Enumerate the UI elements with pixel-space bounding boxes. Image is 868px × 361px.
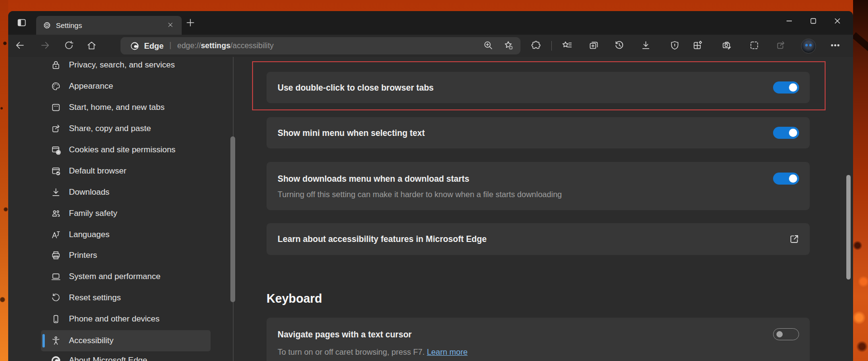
edge-logo-icon <box>51 355 61 361</box>
plus-icon <box>185 17 196 29</box>
tab-actions-icon <box>16 17 27 29</box>
toggle-knob <box>776 331 783 337</box>
sidebar-item-share-copy-and-paste[interactable]: Share, copy and paste <box>41 118 211 139</box>
url-scheme: edge:// <box>177 41 201 50</box>
web-select-button[interactable] <box>747 39 761 53</box>
settings-card-learn-about-accessibility-features-in-microsoft-edge[interactable]: Learn about accessibility features in Mi… <box>267 223 810 255</box>
add-favorite-button[interactable] <box>502 40 515 52</box>
sidebar-item-downloads[interactable]: Downloads <box>41 182 211 203</box>
profile-avatar[interactable] <box>801 39 816 53</box>
palette-icon <box>51 81 61 92</box>
settings-card-show-downloads-menu-when-a-download-starts: Show downloads menu when a download star… <box>267 162 810 210</box>
learn-more-link[interactable]: Learn more <box>427 348 467 356</box>
minimize-icon <box>786 17 793 25</box>
sidebar-item-about-microsoft-edge[interactable]: About Microsoft Edge <box>41 350 211 361</box>
zoom-button[interactable] <box>482 40 494 52</box>
web-capture-button[interactable] <box>720 39 734 53</box>
downloads-button[interactable] <box>639 39 653 53</box>
toggle-show-downloads-menu-when-a-download-starts[interactable] <box>773 173 799 185</box>
site-info-chip[interactable]: Edge <box>120 41 163 51</box>
toggle-show-mini-menu-when-selecting-text[interactable] <box>773 127 799 139</box>
toggle-knob <box>789 83 797 92</box>
card-title: Use double-click to close browser tabs <box>278 82 434 93</box>
sidebar-item-label: Family safety <box>69 209 117 218</box>
family-icon <box>51 208 61 219</box>
phone-icon <box>51 314 61 324</box>
sidebar-item-label: Share, copy and paste <box>69 124 151 134</box>
card-subtitle: To turn on or off caret browsing, press … <box>278 348 467 357</box>
sidebar-item-cookies-and-site-permissions[interactable]: Cookies and site permissions <box>41 139 211 160</box>
sidebar-item-label: Cookies and site permissions <box>69 145 175 155</box>
external-link-icon <box>788 233 800 245</box>
sidebar-item-family-safety[interactable]: Family safety <box>41 203 211 224</box>
browser-essentials-icon <box>669 40 680 52</box>
site-chip-label: Edge <box>144 41 163 51</box>
favorites-button[interactable] <box>560 39 574 53</box>
sidebar-item-label: Accessibility <box>69 336 114 346</box>
settings-card-use-double-click-to-close-browser-tabs: Use double-click to close browser tabs <box>267 72 810 103</box>
url-text[interactable]: edge://settings/accessibility <box>177 41 274 50</box>
zoom-in-icon <box>483 40 494 52</box>
window-controls <box>777 11 849 30</box>
collections-icon <box>588 40 599 52</box>
lock-icon <box>51 60 61 70</box>
more-icon <box>830 40 841 52</box>
laptop-icon <box>51 271 61 282</box>
sidebar-item-printers[interactable]: Printers <box>41 245 211 266</box>
more-button[interactable] <box>828 39 842 53</box>
settings-page: Privacy, search, and servicesAppearanceS… <box>8 57 853 361</box>
home-button[interactable] <box>84 39 99 53</box>
back-button[interactable] <box>13 39 27 53</box>
sidebar-item-languages[interactable]: Languages <box>41 224 211 245</box>
tab-close-button[interactable] <box>164 20 176 31</box>
minimize-button[interactable] <box>777 11 801 30</box>
home-tabs-icon <box>51 102 61 113</box>
tab-actions-button[interactable] <box>16 17 27 29</box>
languages-icon <box>51 229 61 240</box>
close-icon <box>167 21 174 30</box>
apps-button[interactable] <box>690 39 705 53</box>
forward-button <box>38 39 53 53</box>
toggle-navigate-pages-with-a-text-cursor[interactable] <box>773 328 799 340</box>
close-window-icon <box>834 17 841 25</box>
url-path: /accessibility <box>230 41 274 50</box>
sidebar-item-label: Languages <box>69 230 109 240</box>
new-tab-button[interactable] <box>185 17 196 29</box>
refresh-icon <box>64 40 74 52</box>
browser-window: Settings <box>8 11 853 361</box>
maximize-button[interactable] <box>801 11 825 30</box>
refresh-button[interactable] <box>62 39 76 53</box>
collections-button[interactable] <box>587 39 601 53</box>
sidebar-item-phone-and-other-devices[interactable]: Phone and other devices <box>41 308 211 330</box>
extensions-button[interactable] <box>529 39 543 53</box>
close-window-button[interactable] <box>825 11 849 30</box>
sidebar-scrollbar[interactable] <box>230 136 235 302</box>
default-browser-icon <box>51 166 61 176</box>
history-button[interactable] <box>612 39 627 53</box>
sidebar-item-appearance[interactable]: Appearance <box>41 76 211 97</box>
toggle-use-double-click-to-close-browser-tabs[interactable] <box>773 81 799 94</box>
history-icon <box>614 40 625 52</box>
sidebar-item-start-home-and-new-tabs[interactable]: Start, home, and new tabs <box>41 97 211 118</box>
sidebar-item-system-and-performance[interactable]: System and performance <box>41 266 211 287</box>
downloads-icon <box>641 40 651 52</box>
reset-icon <box>51 293 61 303</box>
sidebar-item-reset-settings[interactable]: Reset settings <box>41 287 211 308</box>
settings-card-show-mini-menu-when-selecting-text: Show mini menu when selecting text <box>267 117 810 148</box>
sidebar-item-accessibility[interactable]: Accessibility <box>41 330 211 351</box>
sidebar-item-label: Downloads <box>69 187 109 197</box>
toolbar-divider <box>551 41 552 51</box>
browser-essentials-button[interactable] <box>668 39 682 53</box>
home-icon <box>86 40 97 52</box>
sidebar-item-privacy-search-and-services[interactable]: Privacy, search, and services <box>41 57 211 76</box>
web-capture-icon <box>721 40 732 52</box>
tab-settings[interactable]: Settings <box>36 16 182 35</box>
desktop-wallpaper-left <box>0 0 8 361</box>
sidebar-item-default-browser[interactable]: Default browser <box>41 160 211 182</box>
forward-icon <box>40 40 51 52</box>
page-scrollbar[interactable] <box>846 175 851 280</box>
card-subtitle: Turning off this setting can make it har… <box>278 190 562 199</box>
address-bar[interactable]: Edge | edge://settings/accessibility <box>120 37 521 54</box>
settings-card-navigate-pages-with-a-text-cursor: Navigate pages with a text cursorTo turn… <box>267 318 810 361</box>
desktop-wallpaper-right <box>853 0 868 361</box>
